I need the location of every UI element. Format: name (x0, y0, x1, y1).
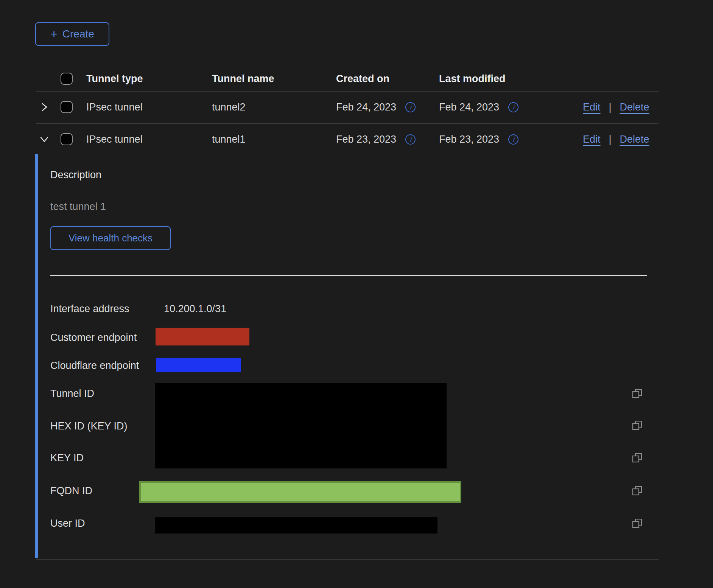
fqdn-id-redacted-value (139, 481, 461, 503)
create-button-label: Create (62, 28, 94, 40)
created-on-date: Feb 23, 2023 (336, 134, 396, 145)
info-icon[interactable]: i (508, 102, 518, 112)
cloudflare-endpoint-redacted-value (156, 358, 241, 372)
last-modified-cell: Feb 23, 2023 i (439, 132, 518, 146)
interface-address-value: 10.200.1.0/31 (164, 302, 226, 316)
user-id-label: User ID (50, 516, 85, 530)
column-header-created-on: Created on (336, 72, 389, 86)
fqdn-id-label: FQDN ID (50, 484, 92, 498)
created-on-cell: Feb 24, 2023 i (336, 100, 416, 114)
select-all-checkbox[interactable] (61, 73, 73, 85)
user-id-redacted-value (155, 517, 437, 534)
row-actions: Edit | Delete (583, 132, 649, 146)
row-actions: Edit | Delete (583, 100, 649, 114)
row-checkbox[interactable] (61, 101, 73, 113)
cloudflare-endpoint-label: Cloudflare endpoint (50, 359, 139, 372)
column-header-tunnel-name: Tunnel name (212, 72, 274, 86)
description-label: Description (50, 168, 101, 182)
column-header-tunnel-type: Tunnel type (86, 72, 143, 86)
tunnel-name-cell: tunnel1 (212, 132, 246, 146)
copy-tunnel-id-button[interactable] (631, 387, 643, 400)
delete-link[interactable]: Delete (620, 101, 649, 113)
edit-link[interactable]: Edit (583, 134, 601, 145)
delete-link[interactable]: Delete (620, 134, 649, 145)
expanded-row-accent-bar (35, 154, 38, 558)
customer-endpoint-label: Customer endpoint (50, 331, 137, 344)
panel-divider (50, 275, 647, 276)
view-health-checks-button[interactable]: View health checks (50, 226, 171, 250)
info-icon[interactable]: i (405, 102, 416, 112)
header-divider (36, 91, 659, 92)
row-checkbox[interactable] (61, 133, 73, 145)
tunnel-id-label: Tunnel ID (50, 387, 94, 400)
info-icon[interactable]: i (508, 134, 518, 145)
copy-user-id-button[interactable] (631, 517, 643, 529)
collapse-chevron-down-icon[interactable] (39, 134, 49, 144)
last-modified-date: Feb 23, 2023 (439, 134, 499, 145)
copy-fqdn-id-button[interactable] (631, 485, 643, 497)
created-on-cell: Feb 23, 2023 i (336, 132, 416, 146)
info-icon[interactable]: i (405, 134, 416, 145)
row-divider (36, 123, 659, 124)
expand-chevron-right-icon[interactable] (39, 102, 49, 112)
action-separator: | (609, 101, 612, 113)
create-button[interactable]: + Create (35, 22, 109, 46)
tunnel-type-cell: IPsec tunnel (86, 132, 143, 146)
interface-address-label: Interface address (50, 302, 129, 316)
copy-key-id-button[interactable] (631, 452, 643, 464)
ids-redacted-value (155, 383, 447, 468)
tunnels-page: + Create Tunnel type Tunnel name Created… (0, 0, 713, 588)
expanded-row-bottom-divider (36, 559, 659, 560)
key-id-label: KEY ID (50, 451, 84, 465)
copy-hex-id-button[interactable] (631, 419, 643, 431)
action-separator: | (609, 134, 612, 145)
last-modified-cell: Feb 24, 2023 i (439, 100, 518, 114)
tunnel-name-cell: tunnel2 (212, 100, 246, 114)
customer-endpoint-redacted-value (156, 328, 249, 345)
description-value: test tunnel 1 (50, 200, 106, 213)
plus-icon: + (50, 28, 58, 40)
edit-link[interactable]: Edit (583, 101, 601, 113)
tunnel-type-cell: IPsec tunnel (86, 100, 143, 114)
created-on-date: Feb 24, 2023 (336, 101, 396, 113)
column-header-last-modified: Last modified (439, 72, 506, 86)
hex-id-label: HEX ID (KEY ID) (50, 419, 128, 433)
last-modified-date: Feb 24, 2023 (439, 101, 499, 113)
